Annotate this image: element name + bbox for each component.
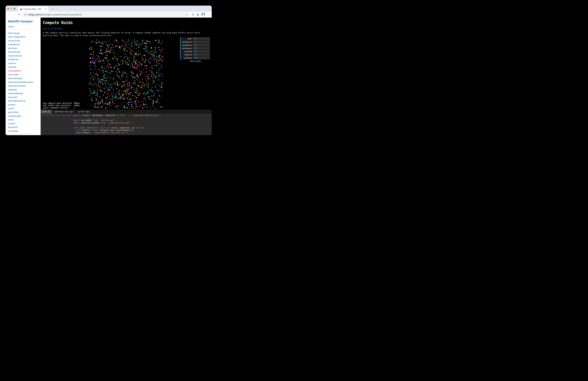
gui-row-rule3Scale[interactable]: rule3Scale0.005 (181, 56, 210, 60)
page-content: WebGPU Samples Github helloTrianglehello… (6, 18, 212, 135)
gui-value-input[interactable]: 0.05 (193, 53, 210, 56)
sidebar-item-videoUploading[interactable]: videoUploading (8, 76, 38, 80)
tabs-dropdown-icon[interactable]: ⌄ (208, 7, 210, 10)
gui-row-rule1Scale[interactable]: rule1Scale0.02 (181, 50, 210, 53)
tab-title: Compute Boids - WebGPU S… (23, 8, 43, 10)
sidebar-item-imageBlur[interactable]: imageBlur (8, 88, 38, 92)
sidebar-item-bitonicSort[interactable]: bitonicSort (8, 125, 38, 129)
favicon-icon (20, 8, 22, 10)
see-on-github-link[interactable]: See it on Github! (43, 27, 63, 30)
forward-button[interactable]: → (12, 13, 16, 16)
code-area: main.tsupdateSprites.wgslsprite.wgsl 1 2… (41, 110, 212, 135)
sidebar-item-instancedCube[interactable]: instancedCube (8, 54, 38, 58)
gui-label: rule1Scale (181, 50, 193, 52)
sidebar-item-texturedCube[interactable]: texturedCube (8, 50, 38, 54)
url-text: webgpu.github.io/webgpu-samples/samples/… (28, 13, 82, 16)
code-body: 1 2 3 4 5 6 7 8 9 10 11 12 import { asse… (41, 114, 212, 135)
gui-label: rule2Distance (181, 44, 193, 46)
gui-row-rule2Distance[interactable]: rule2Distance0.025 (181, 44, 210, 47)
gui-label: rule2Scale (181, 54, 193, 56)
reload-button[interactable]: ⟳ (17, 13, 21, 16)
code-tab-updateSprites-wgsl[interactable]: updateSprites.wgsl (52, 110, 76, 114)
sidebar-item-rotatingCube[interactable]: rotatingCube (8, 43, 38, 46)
boids-canvas (89, 39, 164, 110)
gui-value-input[interactable]: 0.025 (193, 44, 210, 46)
sidebar-github-link[interactable]: Github (8, 25, 38, 29)
sidebar-item-resizeCanvas[interactable]: resizeCanvas (8, 39, 38, 43)
sidebar-item-samplerParameters[interactable]: samplerParameters (8, 84, 38, 88)
profile-avatar-icon[interactable] (202, 13, 205, 16)
gui-label: rule3Scale (181, 57, 193, 59)
gui-label: deltaT (181, 38, 193, 40)
gui-value-input[interactable]: 0.02 (193, 50, 210, 53)
sidebar-title: WebGPU Samples (8, 20, 38, 23)
gui-value-input[interactable]: 0.1 (193, 41, 210, 43)
gui-row-rule2Scale[interactable]: rule2Scale0.05 (181, 53, 210, 56)
address-bar[interactable]: ⚙ webgpu.github.io/webgpu-samples/sample… (22, 12, 190, 17)
toolbar: ← → ⟳ ⚙ webgpu.github.io/webgpu-samples/… (6, 12, 212, 18)
sidebar: WebGPU Samples Github helloTrianglehello… (6, 18, 41, 135)
page-heading: Compute Boids (43, 21, 210, 25)
sidebar-item-fractalCube[interactable]: fractalCube (8, 58, 38, 61)
panel-icon[interactable]: ◧ (196, 13, 200, 16)
code-tab-sprite-wgsl[interactable]: sprite.wgsl (76, 110, 92, 114)
browser-tab[interactable]: Compute Boids - WebGPU S… ✕ (18, 6, 48, 12)
close-tab-icon[interactable]: ✕ (45, 8, 46, 10)
sidebar-item-shadowMapping[interactable]: shadowMapping (8, 91, 38, 95)
maximize-window-icon[interactable] (14, 8, 16, 10)
code-text: import { assert, makeSample, SampleInit … (72, 114, 161, 135)
code-tabs: main.tsupdateSprites.wgslsprite.wgsl (41, 110, 212, 114)
sidebar-item-cameras[interactable]: cameras (8, 61, 38, 65)
sidebar-item-cubemap[interactable]: cubemap (8, 65, 38, 69)
line-gutter: 1 2 3 4 5 6 7 8 9 10 11 12 (41, 114, 72, 135)
close-window-icon[interactable] (7, 8, 9, 10)
code-tab-main-ts[interactable]: main.ts (41, 110, 52, 114)
close-controls-button[interactable]: Close Controls (180, 60, 210, 63)
site-info-icon[interactable]: ⚙ (24, 13, 26, 16)
sidebar-item-renderBundles[interactable]: renderBundles (8, 114, 38, 118)
main-panel: Compute Boids See it on Github! A GPU co… (41, 18, 212, 135)
sidebar-item-computeBoids[interactable]: computeBoids (8, 69, 38, 73)
gui-label: rule3Distance (181, 47, 193, 49)
menu-icon[interactable]: ⋮ (207, 13, 210, 16)
gui-value-input[interactable]: 0.005 (193, 57, 210, 59)
divider (8, 134, 38, 134)
bookmark-icon[interactable]: ☆ (186, 13, 188, 16)
sidebar-item-worker[interactable]: worker (8, 118, 38, 122)
new-tab-button[interactable]: + (50, 7, 54, 11)
gui-row-rule1Distance[interactable]: rule1Distance0.1 (181, 40, 210, 44)
back-button[interactable]: ← (7, 13, 11, 16)
gui-value-input[interactable]: 0.025 (193, 47, 210, 49)
window-controls (7, 8, 16, 10)
sidebar-item-particles[interactable]: particles (8, 103, 38, 107)
stats-readout: avg compute pass duration: 886µs avg ren… (43, 102, 80, 109)
sidebar-item-animometer[interactable]: animometer (8, 73, 38, 77)
sidebar-item-gameOfLife[interactable]: gameOfLife (8, 110, 38, 114)
sidebar-item-helloTriangle[interactable]: helloTriangle (8, 31, 38, 35)
tab-bar: Compute Boids - WebGPU S… ✕ + ⌄ (6, 6, 212, 12)
gui-label: rule1Distance (181, 41, 193, 43)
gui-value-input[interactable]: 0.04 (193, 37, 210, 40)
sidebar-item-twoCubes[interactable]: twoCubes (8, 46, 38, 50)
toolbar-right: ⊞ ◧ ⋮ (191, 13, 210, 16)
sidebar-item-helloTriangleMSAA[interactable]: helloTriangleMSAA (8, 35, 38, 39)
simulation-canvas-wrap (89, 39, 164, 110)
sidebar-item-reversedZ[interactable]: reversedZ (8, 95, 38, 99)
sidebar-item-deferredRendering[interactable]: deferredRendering (8, 99, 38, 103)
page-description: A GPU compute particle simulation that m… (43, 31, 210, 37)
sidebar-item-videoUploadingWebCodecs[interactable]: videoUploadingWebCodecs (8, 80, 38, 84)
sidebar-item-normalMap[interactable]: normalMap (8, 129, 38, 133)
gui-row-rule3Distance[interactable]: rule3Distance0.025 (181, 47, 210, 50)
browser-window: Compute Boids - WebGPU S… ✕ + ⌄ ← → ⟳ ⚙ … (6, 6, 212, 135)
sidebar-item-A-buffer[interactable]: A-buffer (8, 122, 38, 126)
dat-gui-panel: deltaT0.04rule1Distance0.1rule2Distance0… (180, 37, 210, 63)
sidebar-item-cornell[interactable]: cornell (8, 107, 38, 110)
minimize-window-icon[interactable] (10, 8, 12, 10)
gui-row-deltaT[interactable]: deltaT0.04 (181, 37, 210, 40)
extensions-icon[interactable]: ⊞ (191, 13, 195, 16)
